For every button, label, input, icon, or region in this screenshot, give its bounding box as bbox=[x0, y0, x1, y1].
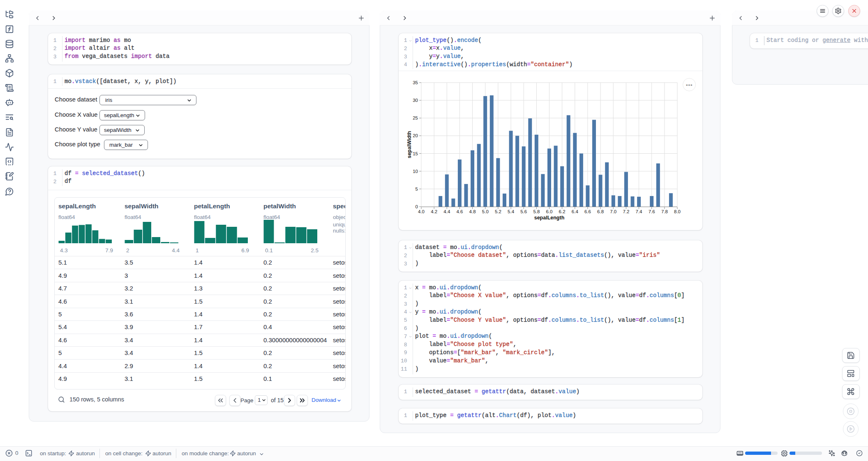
svg-text:5.8: 5.8 bbox=[533, 209, 540, 214]
svg-text:35: 35 bbox=[413, 80, 418, 85]
svg-text:5.6: 5.6 bbox=[520, 209, 527, 214]
svg-text:4.6: 4.6 bbox=[456, 209, 463, 214]
svg-text:7.6: 7.6 bbox=[649, 209, 655, 214]
svg-text:sepalWidth: sepalWidth bbox=[406, 131, 412, 159]
svg-text:7.2: 7.2 bbox=[623, 209, 629, 214]
svg-text:sepalLength: sepalLength bbox=[534, 215, 565, 221]
svg-text:6.8: 6.8 bbox=[597, 209, 604, 214]
svg-text:7.0: 7.0 bbox=[610, 209, 616, 214]
svg-text:15: 15 bbox=[413, 151, 418, 156]
svg-text:4.8: 4.8 bbox=[469, 209, 476, 214]
svg-text:7.4: 7.4 bbox=[636, 209, 643, 214]
svg-text:0: 0 bbox=[416, 204, 418, 209]
svg-text:5: 5 bbox=[416, 187, 418, 191]
svg-text:8.0: 8.0 bbox=[674, 209, 681, 214]
svg-text:30: 30 bbox=[413, 98, 418, 103]
svg-text:4.0: 4.0 bbox=[418, 209, 425, 214]
svg-text:25: 25 bbox=[413, 115, 418, 120]
svg-text:10: 10 bbox=[413, 169, 418, 174]
svg-text:6.4: 6.4 bbox=[572, 209, 579, 214]
svg-text:5.4: 5.4 bbox=[508, 209, 515, 214]
svg-text:4.2: 4.2 bbox=[431, 209, 437, 214]
svg-text:20: 20 bbox=[413, 133, 418, 138]
svg-text:6.2: 6.2 bbox=[559, 209, 566, 214]
svg-text:6.6: 6.6 bbox=[584, 209, 591, 214]
svg-text:5.0: 5.0 bbox=[482, 209, 489, 214]
svg-text:6.0: 6.0 bbox=[546, 209, 553, 214]
svg-text:4.4: 4.4 bbox=[443, 209, 450, 214]
svg-text:7.8: 7.8 bbox=[661, 209, 668, 214]
svg-text:5.2: 5.2 bbox=[495, 209, 501, 214]
